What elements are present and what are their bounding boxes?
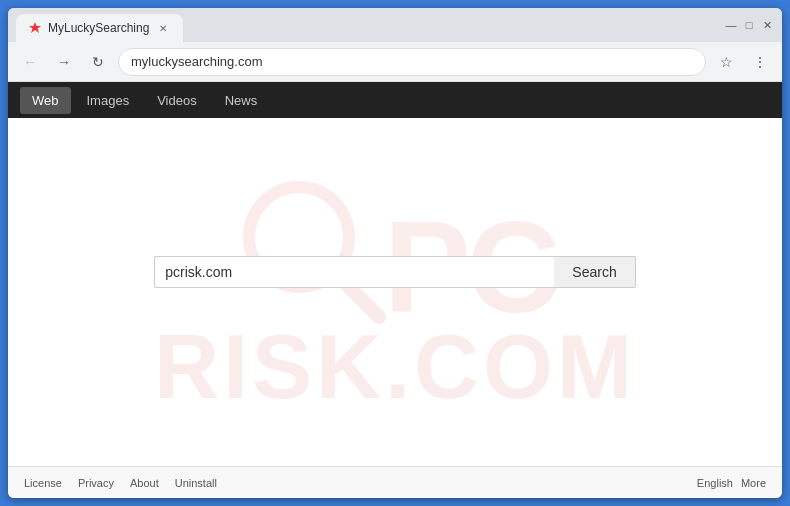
menu-button[interactable]: ⋮ bbox=[746, 48, 774, 76]
toolbar: ← → ↻ ☆ ⋮ bbox=[8, 42, 782, 82]
url-input[interactable] bbox=[131, 54, 693, 69]
tab-area: MyLuckySearching ✕ bbox=[16, 8, 710, 42]
footer-right: English More bbox=[697, 477, 766, 489]
title-bar: MyLuckySearching ✕ — □ ✕ bbox=[8, 8, 782, 42]
forward-button[interactable]: → bbox=[50, 48, 78, 76]
footer: License Privacy About Uninstall English … bbox=[8, 466, 782, 498]
magnifier-watermark bbox=[234, 172, 394, 332]
tab-favicon bbox=[28, 21, 42, 35]
search-input[interactable] bbox=[154, 256, 554, 288]
main-content: PC RISK.COM Search bbox=[8, 118, 782, 466]
bookmark-button[interactable]: ☆ bbox=[712, 48, 740, 76]
window-controls: — □ ✕ bbox=[724, 18, 774, 32]
tab-close-button[interactable]: ✕ bbox=[155, 20, 171, 36]
nav-item-images[interactable]: Images bbox=[75, 87, 142, 114]
search-container: Search bbox=[154, 256, 635, 288]
nav-item-videos[interactable]: Videos bbox=[145, 87, 209, 114]
footer-privacy-link[interactable]: Privacy bbox=[78, 477, 114, 489]
nav-item-web[interactable]: Web bbox=[20, 87, 71, 114]
watermark: PC RISK.COM bbox=[8, 118, 782, 466]
footer-more[interactable]: More bbox=[741, 477, 766, 489]
reload-button[interactable]: ↻ bbox=[84, 48, 112, 76]
footer-language[interactable]: English bbox=[697, 477, 733, 489]
footer-about-link[interactable]: About bbox=[130, 477, 159, 489]
search-row: Search bbox=[154, 256, 635, 288]
browser-window: MyLuckySearching ✕ — □ ✕ ← → ↻ ☆ ⋮ Web I… bbox=[8, 8, 782, 498]
risk-watermark: RISK.COM bbox=[154, 322, 636, 412]
svg-marker-0 bbox=[29, 22, 41, 33]
maximize-button[interactable]: □ bbox=[742, 18, 756, 32]
minimize-button[interactable]: — bbox=[724, 18, 738, 32]
search-button[interactable]: Search bbox=[554, 256, 635, 288]
back-button[interactable]: ← bbox=[16, 48, 44, 76]
address-bar[interactable] bbox=[118, 48, 706, 76]
nav-bar: Web Images Videos News bbox=[8, 82, 782, 118]
active-tab[interactable]: MyLuckySearching ✕ bbox=[16, 14, 183, 42]
close-button[interactable]: ✕ bbox=[760, 18, 774, 32]
nav-item-news[interactable]: News bbox=[213, 87, 270, 114]
footer-license-link[interactable]: License bbox=[24, 477, 62, 489]
footer-links: License Privacy About Uninstall bbox=[24, 477, 697, 489]
tab-title: MyLuckySearching bbox=[48, 21, 149, 35]
footer-uninstall-link[interactable]: Uninstall bbox=[175, 477, 217, 489]
